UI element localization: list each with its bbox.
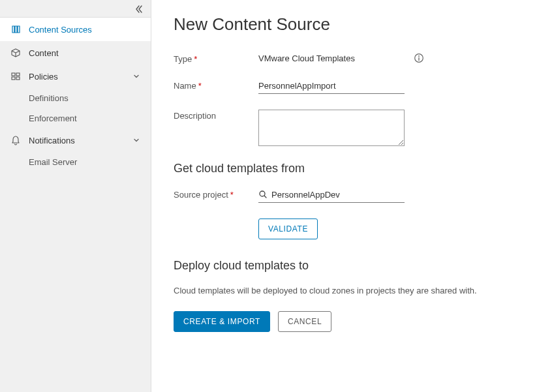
info-icon[interactable] [414, 53, 424, 63]
svg-point-5 [418, 55, 420, 57]
create-import-button[interactable]: CREATE & IMPORT [174, 311, 270, 332]
row-description: Description [174, 110, 515, 146]
sidebar-item-label: Enforcement [29, 113, 77, 123]
cancel-button[interactable]: CANCEL [278, 311, 331, 332]
sidebar-item-content-sources[interactable]: Content Sources [0, 18, 151, 41]
validate-button[interactable]: VALIDATE [258, 219, 318, 239]
deploy-description: Cloud templates will be deployed to clou… [174, 286, 515, 295]
sidebar-item-label: Content [29, 48, 59, 58]
sidebar-item-enforcement[interactable]: Enforcement [0, 108, 151, 128]
sidebar-item-label: Notifications [29, 136, 75, 145]
required-asterisk: * [198, 81, 202, 91]
type-label: Type* [174, 53, 258, 64]
main-panel: New Content Source Type* VMware Cloud Te… [151, 0, 537, 392]
sidebar-item-definitions[interactable]: Definitions [0, 88, 151, 108]
section-get-templates-from: Get cloud templates from [174, 162, 515, 175]
source-project-label: Source project* [174, 188, 258, 200]
source-project-input[interactable] [258, 188, 405, 203]
description-label: Description [174, 110, 258, 121]
sidebar-item-content[interactable]: Content [0, 41, 151, 65]
stack-icon [10, 24, 22, 35]
action-row: CREATE & IMPORT CANCEL [174, 311, 515, 332]
chevron-down-icon [132, 136, 140, 144]
sidebar-item-email-server[interactable]: Email Server [0, 152, 151, 172]
collapse-sidebar-icon[interactable] [134, 4, 144, 14]
chevron-down-icon [132, 72, 140, 80]
sidebar-item-label: Policies [29, 72, 58, 82]
name-label: Name* [174, 80, 258, 91]
box-icon [10, 48, 22, 58]
sidebar-item-label: Email Server [29, 157, 77, 167]
row-name: Name* [174, 80, 515, 94]
required-asterisk: * [230, 190, 234, 200]
row-source-project: Source project* [174, 188, 515, 203]
svg-rect-1 [12, 77, 15, 80]
policies-icon [10, 71, 22, 82]
svg-rect-3 [16, 77, 20, 80]
svg-rect-0 [12, 73, 15, 76]
page-title: New Content Source [174, 14, 515, 35]
description-textarea[interactable] [258, 110, 405, 146]
sidebar-item-label: Definitions [29, 93, 69, 103]
sidebar-collapse-row [0, 0, 151, 17]
section-deploy-templates-to: Deploy cloud templates to [174, 259, 515, 273]
sidebar-item-label: Content Sources [29, 25, 92, 35]
svg-rect-2 [16, 73, 20, 76]
row-type: Type* VMware Cloud Templates [174, 53, 515, 64]
search-icon [258, 190, 268, 199]
bell-icon [10, 135, 22, 145]
sidebar-item-policies[interactable]: Policies [0, 65, 151, 88]
required-asterisk: * [194, 54, 197, 64]
validate-row: VALIDATE [258, 219, 515, 239]
sidebar: Content Sources Content Policies Definit… [0, 0, 151, 392]
sidebar-item-notifications[interactable]: Notifications [0, 128, 151, 152]
source-project-search [258, 188, 405, 203]
name-input[interactable] [258, 80, 405, 94]
type-value: VMware Cloud Templates [258, 53, 424, 63]
